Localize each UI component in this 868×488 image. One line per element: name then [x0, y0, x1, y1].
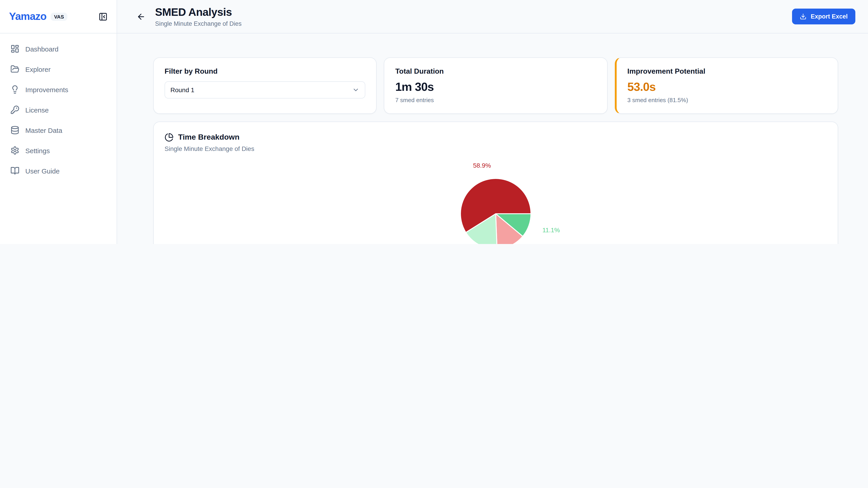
filter-card-title: Filter by Round	[164, 67, 366, 75]
sidebar-logo-row: Yamazo VAS	[0, 0, 117, 33]
sidebar-nav: Dashboard Explorer Improvements License …	[0, 33, 117, 244]
round-select-value: Round 1	[170, 86, 194, 94]
chevron-down-icon	[352, 86, 360, 94]
book-open-icon	[10, 166, 20, 175]
sidebar-item-label: Improvements	[25, 86, 68, 93]
time-breakdown-card: Time Breakdown Single Minute Exchange of…	[153, 122, 838, 244]
total-duration-card: Total Duration 1m 30s 7 smed entries	[384, 57, 608, 114]
page-header: SMED Analysis Single Minute Exchange of …	[117, 0, 868, 33]
sidebar-item-user-guide[interactable]: User Guide	[4, 162, 112, 180]
time-breakdown-subtitle: Single Minute Exchange of Dies	[164, 145, 827, 152]
panel-collapse-icon	[98, 12, 107, 21]
pie-chart: 11.1%13.3%16.7%58.9%	[164, 155, 827, 244]
app-logo-badge: VAS	[51, 12, 68, 21]
sidebar-item-label: Dashboard	[25, 45, 59, 53]
page-title: SMED Analysis	[155, 6, 242, 19]
sidebar-item-improvements[interactable]: Improvements	[4, 80, 112, 98]
app-logo: Yamazo	[9, 10, 46, 23]
sidebar-item-master-data[interactable]: Master Data	[4, 121, 112, 139]
sidebar-item-dashboard[interactable]: Dashboard	[4, 40, 112, 58]
total-duration-value: 1m 30s	[395, 80, 596, 94]
pie-slice-label: 11.1%	[542, 227, 560, 234]
page-subtitle: Single Minute Exchange of Dies	[155, 20, 242, 27]
database-icon	[10, 126, 20, 135]
total-duration-title: Total Duration	[395, 67, 596, 75]
improvement-potential-value: 53.0s	[627, 80, 827, 94]
sidebar-item-label: User Guide	[25, 167, 60, 175]
arrow-left-icon	[136, 12, 146, 21]
lightbulb-icon	[10, 85, 20, 94]
pie-slice-label: 58.9%	[473, 162, 491, 169]
sidebar-item-license[interactable]: License	[4, 101, 112, 119]
gear-icon	[10, 146, 20, 155]
improvement-potential-subtitle: 3 smed entries (81.5%)	[627, 97, 827, 103]
smed-analysis-app: Yamazo VAS Dashboard Explorer Improvemen…	[0, 0, 868, 244]
main-area: SMED Analysis Single Minute Exchange of …	[117, 0, 868, 244]
export-excel-label: Export Excel	[811, 13, 848, 20]
back-button[interactable]	[133, 9, 149, 24]
folder-open-icon	[10, 65, 20, 74]
total-duration-subtitle: 7 smed entries	[395, 97, 596, 103]
key-icon	[10, 105, 20, 114]
dashboard-icon	[10, 44, 20, 53]
pie-chart-icon	[164, 133, 174, 142]
improvement-potential-title: Improvement Potential	[627, 67, 827, 75]
sidebar-collapse-button[interactable]	[97, 10, 110, 23]
filter-card: Filter by Round Round 1	[153, 57, 377, 114]
download-icon	[800, 13, 807, 20]
improvement-potential-card: Improvement Potential 53.0s 3 smed entri…	[615, 57, 838, 114]
sidebar-item-label: Settings	[25, 147, 50, 154]
sidebar: Yamazo VAS Dashboard Explorer Improvemen…	[0, 0, 117, 244]
sidebar-item-label: Explorer	[25, 65, 51, 73]
export-excel-button[interactable]: Export Excel	[792, 8, 855, 24]
sidebar-item-label: License	[25, 106, 49, 113]
sidebar-item-label: Master Data	[25, 126, 62, 134]
page-content: Filter by Round Round 1 Total Duration 1…	[117, 33, 868, 244]
time-breakdown-title: Time Breakdown	[178, 133, 239, 142]
sidebar-item-explorer[interactable]: Explorer	[4, 60, 112, 78]
round-select[interactable]: Round 1	[164, 81, 366, 98]
summary-cards: Filter by Round Round 1 Total Duration 1…	[153, 57, 838, 114]
sidebar-item-settings[interactable]: Settings	[4, 141, 112, 160]
